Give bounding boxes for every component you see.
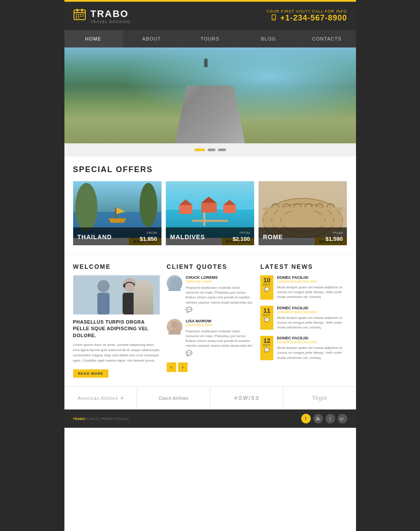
read-more-btn[interactable]: READ MORE <box>73 369 109 378</box>
svg-rect-5 <box>78 14 79 15</box>
svg-rect-27 <box>201 203 217 213</box>
hiker-silhouette <box>204 58 208 67</box>
news-chat-1: 💬 <box>263 287 271 292</box>
chat-icon-2: 💬 <box>186 350 253 356</box>
cta-label: YOUR FIRST VISIT? CALL FOR INFO <box>266 9 347 14</box>
svg-rect-31 <box>203 213 205 226</box>
svg-rect-37 <box>263 207 343 211</box>
slider-dot-1[interactable] <box>195 149 205 151</box>
svg-rect-14 <box>272 15 276 20</box>
svg-rect-45 <box>123 284 125 287</box>
svg-rect-6 <box>80 14 81 15</box>
svg-rect-21 <box>115 207 116 218</box>
welcome-column: WELCOME PHASELLUS TURPIS ORGRA PELLE SQU… <box>73 263 160 378</box>
svg-rect-13 <box>78 17 79 18</box>
calendar-icon <box>73 8 86 24</box>
news-date-1: 10 OCT 💬 <box>260 275 273 300</box>
footer-google-icon[interactable]: g+ <box>338 414 347 423</box>
svg-rect-8 <box>76 16 77 17</box>
svg-point-49 <box>171 321 178 328</box>
quote-avatar-2 <box>167 319 182 335</box>
svg-rect-32 <box>192 220 228 222</box>
logo-area: TRABO TRAVEL BOOKING <box>73 8 131 24</box>
offer-thailand[interactable]: THAILAND FROM $1.850 MORE INFO <box>73 181 161 245</box>
quote-prev-btn[interactable]: ‹ <box>167 362 176 372</box>
svg-rect-42 <box>97 293 109 315</box>
maldives-label: MALDIVES FROM $2.100 <box>166 227 254 245</box>
quote-next-btn[interactable]: › <box>178 362 188 372</box>
footer-rss-icon[interactable] <box>313 414 323 423</box>
welcome-text: Lorem ipsum dolor sit amet, consele adip… <box>73 342 160 363</box>
footer-copyright: TRABO © 2013 | PRIVACY POLICY. <box>73 417 130 421</box>
phone-number: +1-234-567-8900 <box>280 14 347 23</box>
nav-about[interactable]: ABOUT <box>123 30 181 47</box>
svg-rect-15 <box>273 19 275 19</box>
header: TRABO TRAVEL BOOKING YOUR FIRST VISIT? C… <box>64 2 356 30</box>
slider-dot-3[interactable] <box>218 149 226 151</box>
quote-content-2: LISA MAROW GROOVE CORP. Praesent vestibu… <box>186 319 253 356</box>
news-body-1: DONEC FACILISI LOREM IPSUM DOLORE Morbi … <box>277 275 347 300</box>
nav-blog[interactable]: BLOG <box>239 30 298 47</box>
footer-copyright-text: © 2013 | PRIVACY POLICY. <box>86 417 130 421</box>
news-item-1: 10 OCT 💬 DONEC FACILISI LOREM IPSUM DOLO… <box>260 275 347 300</box>
svg-rect-46 <box>134 284 135 287</box>
offer-maldives[interactable]: MALDIVES FROM $2.100 MORE INFO <box>166 181 254 245</box>
footer-twitter-icon[interactable]: t <box>326 414 335 423</box>
svg-rect-25 <box>179 205 192 214</box>
quotes-title: CLIENT QUOTES <box>167 263 253 270</box>
special-offers-title: SPECIAL OFFERS <box>73 165 347 174</box>
footer-facebook-icon[interactable]: f <box>301 414 311 423</box>
nav-tours[interactable]: TOURS <box>181 30 239 47</box>
airlines-strip: American Airlines ✈ Czech Airlines ✛ SWI… <box>64 386 356 409</box>
airline-virgin: Virgin <box>283 387 356 409</box>
svg-rect-39 <box>263 221 343 225</box>
svg-point-50 <box>168 329 181 335</box>
news-date-3: 12 OCT 💬 <box>260 336 273 360</box>
svg-rect-4 <box>76 14 77 15</box>
phone-row: +1-234-567-8900 <box>266 14 347 23</box>
news-item-2: 11 OCT 💬 DONEC FACILISI LOREM IPSUM DOLO… <box>260 306 347 330</box>
nav-home[interactable]: HOME <box>64 30 123 47</box>
svg-rect-38 <box>263 214 343 218</box>
svg-rect-12 <box>76 17 77 18</box>
phone-icon <box>271 14 277 22</box>
svg-rect-9 <box>78 16 79 17</box>
chat-icon-1: 💬 <box>186 307 253 313</box>
slider-dot-2[interactable] <box>208 149 215 151</box>
svg-rect-40 <box>73 275 160 315</box>
footer-brand: TRABO <box>73 417 85 421</box>
hero-banner <box>64 47 356 143</box>
news-chat-3: 💬 <box>263 348 271 352</box>
welcome-image <box>73 275 160 315</box>
svg-marker-20 <box>108 218 126 223</box>
quotes-column: CLIENT QUOTES CHUCK LOREMS GROOVE CORP. … <box>167 263 253 378</box>
svg-rect-29 <box>223 205 235 213</box>
svg-rect-3 <box>81 9 83 12</box>
nav-contacts[interactable]: CONTACTS <box>298 30 356 47</box>
news-body-2: DONEC FACILISI LOREM IPSUM DOLORE Morbi … <box>277 306 347 330</box>
svg-rect-1 <box>74 12 85 13</box>
svg-rect-7 <box>82 14 84 15</box>
svg-point-48 <box>168 286 181 291</box>
news-date-2: 11 OCT 💬 <box>260 306 273 330</box>
brand-name: TRABO <box>91 8 131 20</box>
quote-item-1: CHUCK LOREMS GROOVE CORP. Praesent vesti… <box>167 275 253 313</box>
svg-point-18 <box>75 183 97 232</box>
svg-point-19 <box>139 183 157 227</box>
news-title: LATEST NEWS <box>260 263 347 270</box>
svg-point-51 <box>316 419 317 421</box>
special-offers-section: SPECIAL OFFERS <box>64 156 356 254</box>
airline-swiss: ✛ SWISS <box>210 387 283 409</box>
offer-rome[interactable]: ROME FROM $1.590 MORE INFO <box>259 181 347 245</box>
logo-text: TRABO TRAVEL BOOKING <box>91 8 131 24</box>
slider-dots <box>64 143 356 156</box>
airline-czech: Czech Airlines <box>137 387 210 409</box>
airline-american: American Airlines ✈ <box>64 387 138 409</box>
offers-grid: THAILAND FROM $1.850 MORE INFO <box>73 181 347 245</box>
footer-social: f t g+ <box>301 414 347 423</box>
news-body-3: DONEC FACILISI LOREM IPSUM DOLORE Morbi … <box>277 336 347 360</box>
welcome-heading: PHASELLUS TURPIS ORGRA PELLE SQUE ADIPIS… <box>73 319 160 339</box>
rome-label: ROME FROM $1.590 <box>259 227 347 245</box>
quote-avatar-1 <box>167 275 182 291</box>
page-wrapper: TRABO TRAVEL BOOKING YOUR FIRST VISIT? C… <box>64 0 356 531</box>
